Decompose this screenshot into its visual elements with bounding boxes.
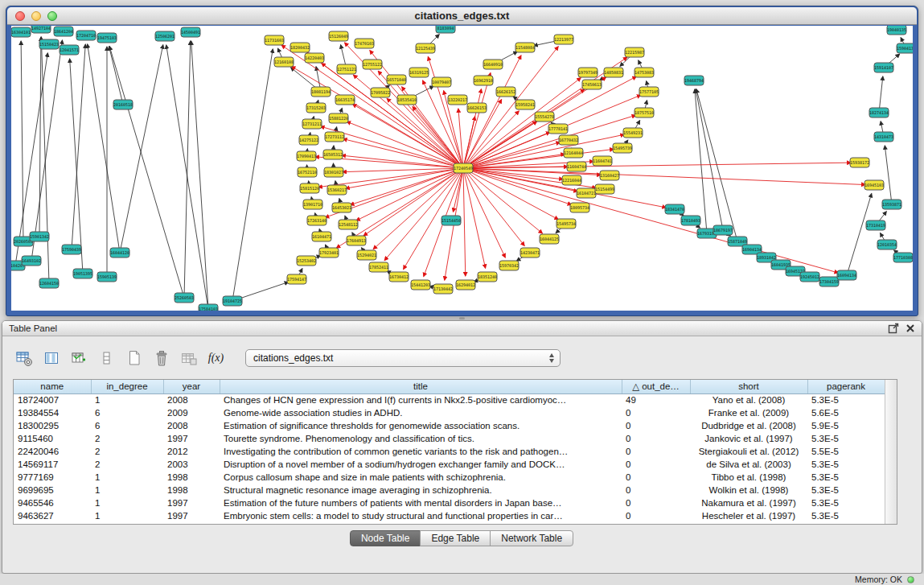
cell-in_degree[interactable]: 1 (91, 509, 163, 522)
cell-title[interactable]: Disruption of a novel member of a sodium… (220, 458, 622, 471)
delete-table-button[interactable] (150, 348, 172, 369)
table-row[interactable]: 946554611997Estimation of the future num… (14, 496, 885, 509)
function-builder-button[interactable]: f(x) (205, 348, 227, 369)
cell-title[interactable]: Tourette syndrome. Phenomenology and cla… (220, 432, 622, 445)
tab-node-table[interactable]: Node Table (350, 530, 421, 546)
show-columns-button[interactable] (41, 348, 63, 369)
cell-in_degree[interactable]: 2 (91, 432, 163, 445)
cell-title[interactable]: Investigating the contribution of common… (220, 445, 622, 458)
cell-short[interactable]: de Silva et al. (2003) (690, 458, 807, 471)
cell-name[interactable]: 9777169 (14, 471, 91, 484)
cell-out_degree[interactable]: 0 (622, 419, 690, 432)
cell-year[interactable]: 2003 (163, 458, 220, 471)
column-header-in_degree[interactable]: in_degree (91, 380, 163, 393)
cell-name[interactable]: 22420046 (14, 445, 91, 458)
table-scrollbar[interactable] (885, 380, 897, 524)
tab-network-table[interactable]: Network Table (490, 530, 573, 546)
cell-out_degree[interactable]: 0 (622, 484, 690, 496)
table-panel-titlebar[interactable]: Table Panel (2, 321, 922, 336)
cell-pagerank[interactable]: 5.9E-5 (807, 419, 885, 432)
cell-pagerank[interactable]: 5.3E-5 (807, 484, 885, 496)
cell-title[interactable]: Estimation of significance thresholds fo… (220, 419, 622, 432)
table-row[interactable]: 1872400712008Changes of HCN gene express… (14, 393, 885, 406)
cell-short[interactable]: Wolkin et al. (1998) (690, 484, 807, 496)
cell-pagerank[interactable]: 5.3E-5 (807, 458, 885, 471)
cell-name[interactable]: 18300295 (14, 419, 91, 432)
table-row[interactable]: 1938455462009Genome-wide association stu… (14, 406, 885, 419)
cell-in_degree[interactable]: 1 (91, 393, 163, 406)
cell-pagerank[interactable]: 5.3E-5 (807, 496, 885, 509)
float-panel-icon[interactable] (888, 323, 899, 334)
cell-in_degree[interactable]: 2 (91, 445, 163, 458)
tab-edge-table[interactable]: Edge Table (420, 530, 491, 546)
cell-year[interactable]: 1997 (163, 432, 220, 445)
column-header-name[interactable]: name (14, 380, 91, 393)
cell-name[interactable]: 14569117 (14, 458, 91, 471)
cell-year[interactable]: 2008 (163, 393, 220, 406)
cell-short[interactable]: Dudbridge et al. (2008) (690, 419, 807, 432)
table-row[interactable]: 1456911722003Disruption of a novel membe… (14, 458, 885, 471)
cell-short[interactable]: Yano et al. (2008) (690, 393, 807, 406)
cell-pagerank[interactable]: 5.3E-5 (807, 432, 885, 445)
column-header-title[interactable]: title (220, 380, 622, 393)
cell-pagerank[interactable]: 5.3E-5 (807, 471, 885, 484)
cell-pagerank[interactable]: 5.3E-5 (807, 393, 885, 406)
cell-title[interactable]: Changes of HCN gene expression and I(f) … (220, 393, 622, 406)
table-selector-dropdown[interactable]: citations_edges.txt (245, 349, 561, 367)
cell-title[interactable]: Genome-wide association studies in ADHD. (220, 406, 622, 419)
cell-name[interactable]: 9465546 (14, 496, 91, 509)
network-window-titlebar[interactable]: citations_edges.txt (7, 7, 917, 25)
cell-year[interactable]: 2012 (163, 445, 220, 458)
cell-title[interactable]: Structural magnetic resonance image aver… (220, 484, 622, 496)
cell-year[interactable]: 1998 (163, 484, 220, 496)
cell-short[interactable]: Nakamura et al. (1997) (690, 496, 807, 509)
cell-short[interactable]: Jankovic et al. (1997) (690, 432, 807, 445)
table-settings-button[interactable] (14, 348, 35, 369)
cell-pagerank[interactable]: 5.3E-5 (807, 509, 885, 522)
cell-short[interactable]: Stergiakouli et al. (2012) (690, 445, 807, 458)
rows-button[interactable] (96, 348, 117, 369)
cell-in_degree[interactable]: 1 (91, 496, 163, 509)
cell-out_degree[interactable]: 0 (622, 509, 690, 522)
cell-in_degree[interactable]: 1 (91, 484, 163, 496)
cell-year[interactable]: 2009 (163, 406, 220, 419)
cell-name[interactable]: 9699695 (14, 484, 91, 496)
cell-out_degree[interactable]: 0 (622, 471, 690, 484)
cell-name[interactable]: 9115460 (14, 432, 91, 445)
table-row[interactable]: 911546021997Tourette syndrome. Phenomeno… (14, 432, 885, 445)
cell-name[interactable]: 9463627 (14, 509, 91, 522)
cell-out_degree[interactable]: 49 (622, 393, 690, 406)
column-header-out_degree[interactable]: △ out_de… (622, 380, 690, 393)
import-table-button[interactable] (178, 348, 199, 369)
table-row[interactable]: 977716911998Corpus callosum shape and si… (14, 471, 885, 484)
column-header-short[interactable]: short (690, 380, 807, 393)
cell-short[interactable]: Tibbo et al. (1998) (690, 471, 807, 484)
table-row[interactable]: 1830029562008Estimation of significance … (14, 419, 885, 432)
cell-in_degree[interactable]: 2 (91, 458, 163, 471)
cell-out_degree[interactable]: 0 (622, 406, 690, 419)
cell-in_degree[interactable]: 6 (91, 406, 163, 419)
table-row[interactable]: 946362711997Embryonic stem cells: a mode… (14, 509, 885, 522)
cell-pagerank[interactable]: 5.6E-5 (807, 406, 885, 419)
cell-short[interactable]: Franke et al. (2009) (690, 406, 807, 419)
cell-title[interactable]: Estimation of the future numbers of pati… (220, 496, 622, 509)
add-column-button[interactable] (68, 348, 90, 369)
network-canvas[interactable]: 1724054911731603182004321216010814220403… (11, 26, 913, 311)
table-row[interactable]: 969969511998Structural magnetic resonanc… (14, 484, 885, 496)
cell-name[interactable]: 18724007 (14, 393, 91, 406)
cell-out_degree[interactable]: 0 (622, 432, 690, 445)
cell-year[interactable]: 1997 (163, 496, 220, 509)
network-graph[interactable]: 1724054911731603182004321216010814220403… (11, 26, 913, 311)
column-header-year[interactable]: year (163, 380, 220, 393)
cell-pagerank[interactable]: 5.5E-5 (807, 445, 885, 458)
cell-name[interactable]: 19384554 (14, 406, 91, 419)
close-panel-icon[interactable] (906, 323, 915, 333)
cell-in_degree[interactable]: 6 (91, 419, 163, 432)
table-row[interactable]: 2242004622012Investigating the contribut… (14, 445, 885, 458)
cell-out_degree[interactable]: 0 (622, 445, 690, 458)
cell-title[interactable]: Corpus callosum shape and size in male p… (220, 471, 622, 484)
column-header-pagerank[interactable]: pagerank (807, 380, 885, 393)
cell-in_degree[interactable]: 1 (91, 471, 163, 484)
cell-year[interactable]: 1997 (163, 509, 220, 522)
new-table-button[interactable] (123, 348, 145, 369)
